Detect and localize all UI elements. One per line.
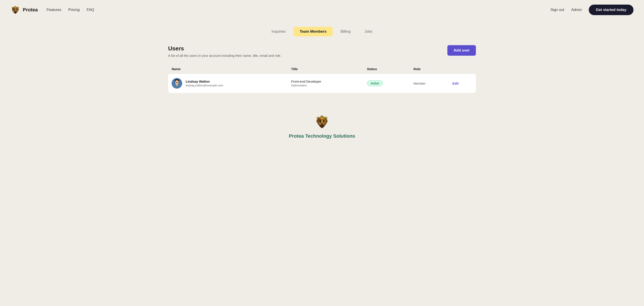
main-content: Users A list of all the users in your ac… — [158, 42, 486, 96]
col-name: Name — [168, 64, 288, 74]
user-info: Lindsay Walton lindsay.walton@example.co… — [186, 80, 223, 87]
table-header: Name Title Status Role — [168, 64, 476, 74]
get-started-button[interactable]: Get started today — [589, 4, 634, 15]
col-status: Status — [364, 64, 410, 74]
col-title: Title — [288, 64, 364, 74]
tab-inquiries[interactable]: Inquiries — [266, 27, 292, 36]
sign-out-link[interactable]: Sign out — [550, 8, 564, 12]
user-name: Lindsay Walton — [186, 80, 223, 83]
add-user-button[interactable]: Add user — [448, 45, 476, 56]
brand-logo-icon — [10, 5, 20, 15]
nav-links: Features Pricing FAQ — [46, 8, 550, 12]
tab-billing[interactable]: Billing — [334, 27, 357, 36]
nav-link-pricing[interactable]: Pricing — [68, 8, 80, 12]
user-cell: Lindsay Walton lindsay.walton@example.co… — [172, 78, 284, 88]
svg-point-0 — [14, 9, 15, 10]
avatar — [172, 78, 182, 88]
nav-link-features[interactable]: Features — [46, 8, 61, 12]
nav-right: Sign out Admin Get started today — [550, 4, 634, 15]
users-table: Name Title Status Role — [168, 64, 476, 93]
edit-user-link[interactable]: Edit — [452, 82, 458, 85]
users-title: Users — [168, 45, 281, 52]
user-email: lindsay.walton@example.com — [186, 84, 223, 87]
footer: Protea Technology Solutions — [0, 96, 644, 152]
svg-point-1 — [16, 9, 17, 10]
user-title: Front-end Developer — [291, 80, 360, 83]
footer-brand-name: Protea Technology Solutions — [289, 133, 355, 139]
nav-link-faq[interactable]: FAQ — [87, 8, 94, 12]
users-description: A list of all the users in your account … — [168, 54, 281, 58]
admin-link[interactable]: Admin — [571, 8, 582, 12]
brand-name: Protea — [23, 7, 38, 13]
user-department: Optimization — [291, 84, 360, 87]
navbar: Protea Features Pricing FAQ Sign out Adm… — [0, 0, 644, 20]
tab-team-members[interactable]: Team Members — [294, 27, 333, 36]
users-header: Users A list of all the users in your ac… — [168, 45, 476, 58]
user-role: Member — [414, 82, 426, 85]
table-body: Lindsay Walton lindsay.walton@example.co… — [168, 74, 476, 93]
brand-logo-link[interactable]: Protea — [10, 5, 38, 15]
col-role: Role — [410, 64, 449, 74]
status-badge: Active — [367, 80, 383, 86]
svg-point-12 — [320, 120, 321, 122]
table-row: Lindsay Walton lindsay.walton@example.co… — [168, 74, 476, 93]
svg-point-13 — [323, 120, 324, 122]
users-title-block: Users A list of all the users in your ac… — [168, 45, 281, 58]
svg-point-10 — [177, 83, 177, 84]
tabs-container: Inquiries Team Members Billing Jobs — [0, 20, 644, 42]
tab-jobs[interactable]: Jobs — [358, 27, 378, 36]
footer-logo-icon — [314, 114, 330, 130]
